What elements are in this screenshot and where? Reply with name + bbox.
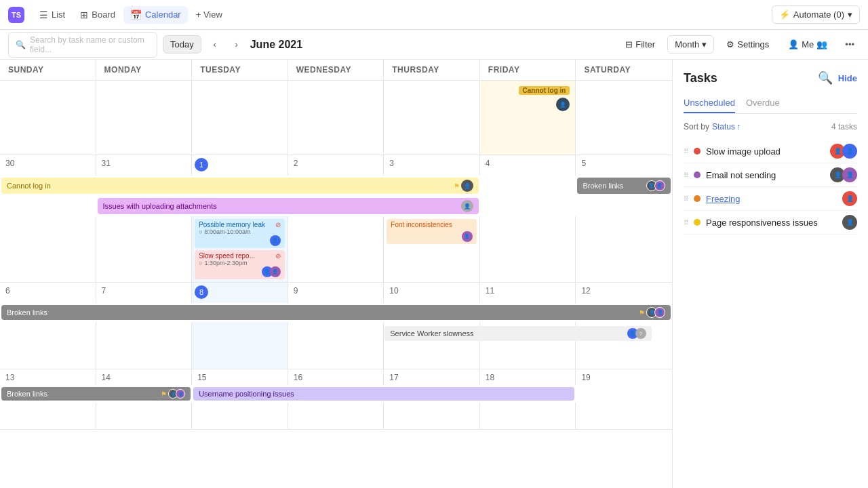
w2c-mon[interactable] xyxy=(96,322,193,369)
top-nav: TS ☰ List ⊞ Board 📅 Calendar + View ⚡ Au… xyxy=(0,0,868,30)
day-number: 9 xyxy=(291,285,301,297)
week-1-numbers: 30 31 1 2 3 4 5 xyxy=(0,155,672,176)
w1c-sun[interactable] xyxy=(0,216,96,283)
w3-fri[interactable]: 18 xyxy=(480,369,576,385)
avatar: 👤 xyxy=(461,200,473,212)
w3-mon[interactable]: 14 xyxy=(96,369,193,385)
tab-calendar[interactable]: 📅 Calendar xyxy=(123,6,188,24)
broken-links-span-w3[interactable]: Broken links ⚑ 👤 👤 xyxy=(1,387,191,401)
w3c-sun[interactable] xyxy=(0,403,96,430)
w1-thu[interactable]: 3 xyxy=(384,155,480,176)
w1-tue[interactable]: 1 xyxy=(192,155,288,176)
w2c-sun[interactable] xyxy=(0,322,96,369)
task-item[interactable]: ⠿ Freezing 👤 xyxy=(684,187,857,211)
w1c-fri[interactable] xyxy=(480,216,576,283)
slow-speed-chip[interactable]: Slow speed repo... ⊘ ○ 1:30pm-2:30pm 👤 👤 xyxy=(195,250,285,279)
w1c-mon[interactable] xyxy=(96,216,193,283)
w2-tue[interactable]: 8 xyxy=(192,283,288,303)
week0-thu[interactable] xyxy=(384,81,480,155)
search-icon[interactable]: 🔍 xyxy=(818,70,833,85)
tab-list[interactable]: ☰ List xyxy=(33,6,72,24)
status-dot xyxy=(694,171,701,178)
week0-fri[interactable]: Cannot log in 👤 xyxy=(480,81,576,155)
task-item[interactable]: ⠿ Email not sending 👤 👤 xyxy=(684,163,857,187)
w3-sat[interactable]: 19 xyxy=(576,369,672,385)
font-chip[interactable]: Font inconsistencies 👤 xyxy=(387,219,477,244)
sidebar-title: Tasks 🔍 Hide xyxy=(684,70,857,85)
week0-sat[interactable] xyxy=(576,81,672,155)
w2-sat[interactable]: 12 xyxy=(576,283,672,303)
tab-unscheduled[interactable]: Unscheduled xyxy=(684,94,735,113)
group-icon: 👥 xyxy=(816,39,827,49)
search-box[interactable]: 🔍 Search by task name or custom field... xyxy=(8,32,157,58)
settings-button[interactable]: ⚙ Settings xyxy=(719,36,776,53)
possible-memory-chip[interactable]: Possible memory leak ⊘ ○ 8:00am-10:00am … xyxy=(195,219,285,248)
tab-board[interactable]: ⊞ Board xyxy=(73,6,122,24)
service-worker-chip[interactable]: Service Worker slowness 👤 ? xyxy=(384,326,652,341)
header-thursday: Thursday xyxy=(384,60,480,80)
w1-wed[interactable]: 2 xyxy=(288,155,384,176)
w2c-tue[interactable] xyxy=(192,322,288,369)
w3c-wed[interactable] xyxy=(288,403,384,430)
add-view-button[interactable]: + View xyxy=(189,6,229,23)
w2c-fri[interactable]: Service Worker slowness 👤 ? xyxy=(480,322,576,369)
hide-button[interactable]: Hide xyxy=(838,73,857,83)
sidebar-tabs: Unscheduled Overdue xyxy=(684,94,857,114)
me-button[interactable]: 👤 Me 👥 xyxy=(781,36,834,53)
week-1-spans2: Issues with uploading attachments 👤 xyxy=(0,196,672,216)
next-arrow[interactable]: › xyxy=(229,37,245,53)
prev-arrow[interactable]: ‹ xyxy=(207,37,223,53)
more-options-button[interactable]: ••• xyxy=(840,37,860,52)
w3-sun[interactable]: 13 xyxy=(0,369,96,385)
w3c-tue[interactable] xyxy=(192,403,288,430)
task-name-link[interactable]: Freezing xyxy=(706,194,837,204)
w1-sun[interactable]: 30 xyxy=(0,155,96,176)
task-item[interactable]: ⠿ Page responsiveness issues 👤 xyxy=(684,211,857,235)
week0-wed[interactable] xyxy=(288,81,384,155)
chevron-down-icon: ▾ xyxy=(848,9,852,20)
w1-fri[interactable]: 4 xyxy=(480,155,576,176)
month-button[interactable]: Month ▾ xyxy=(667,35,714,54)
uploads-span[interactable]: Issues with uploading attachments 👤 xyxy=(98,198,479,214)
w3-tue[interactable]: 15 xyxy=(192,369,288,385)
app-logo[interactable]: TS xyxy=(8,7,24,23)
task-item[interactable]: ⠿ Slow image upload 👤 👤 xyxy=(684,140,857,163)
broken-links-span[interactable]: Broken links 👤 👤 xyxy=(577,178,671,194)
w1-mon[interactable]: 31 xyxy=(96,155,193,176)
filter-button[interactable]: ⊟ Filter xyxy=(618,36,662,53)
today-button[interactable]: Today xyxy=(163,35,201,54)
w3c-thu[interactable] xyxy=(384,403,480,430)
w2-fri[interactable]: 11 xyxy=(480,283,576,303)
w3c-fri[interactable] xyxy=(480,403,576,430)
tab-overdue[interactable]: Overdue xyxy=(746,94,780,113)
w1c-sat[interactable] xyxy=(576,216,672,283)
username-span[interactable]: Username positioning issues xyxy=(193,387,574,401)
w3-wed[interactable]: 16 xyxy=(288,369,384,385)
w1-sat[interactable]: 5 xyxy=(576,155,672,176)
w3c-sat[interactable] xyxy=(576,403,672,430)
w2-sun[interactable]: 6 xyxy=(0,283,96,303)
week0-mon[interactable] xyxy=(96,81,193,155)
week0-sun[interactable] xyxy=(0,81,96,155)
w1c-wed[interactable] xyxy=(288,216,384,283)
w2-mon[interactable]: 7 xyxy=(96,283,193,303)
w3c-mon[interactable] xyxy=(96,403,193,430)
automate-button[interactable]: ⚡ Automate (0) ▾ xyxy=(772,5,860,24)
w1c-tue[interactable]: Possible memory leak ⊘ ○ 8:00am-10:00am … xyxy=(192,216,288,283)
flag-icon: ⊘ xyxy=(275,252,281,260)
task-name: Slow image upload xyxy=(706,146,825,157)
w2-wed[interactable]: 9 xyxy=(288,283,384,303)
w2-thu[interactable]: 10 xyxy=(384,283,480,303)
w1c-thu[interactable]: Font inconsistencies 👤 xyxy=(384,216,480,283)
sort-status-link[interactable]: Status ↑ xyxy=(712,122,741,131)
second-bar: 🔍 Search by task name or custom field...… xyxy=(0,30,868,60)
broken-links-span-w2[interactable]: Broken links ⚑ 👤 👤 xyxy=(1,305,671,320)
week0-tue[interactable] xyxy=(192,81,288,155)
day-number-today: 8 xyxy=(195,285,208,299)
day-number: 3 xyxy=(387,157,397,169)
w2c-wed[interactable] xyxy=(288,322,384,369)
w3-thu[interactable]: 17 xyxy=(384,369,480,385)
cannot-login-span[interactable]: Cannot log in ⚑ 👤 xyxy=(1,178,479,194)
cannot-login-chip[interactable]: Cannot log in xyxy=(519,86,570,95)
header-tuesday: Tuesday xyxy=(192,60,288,80)
